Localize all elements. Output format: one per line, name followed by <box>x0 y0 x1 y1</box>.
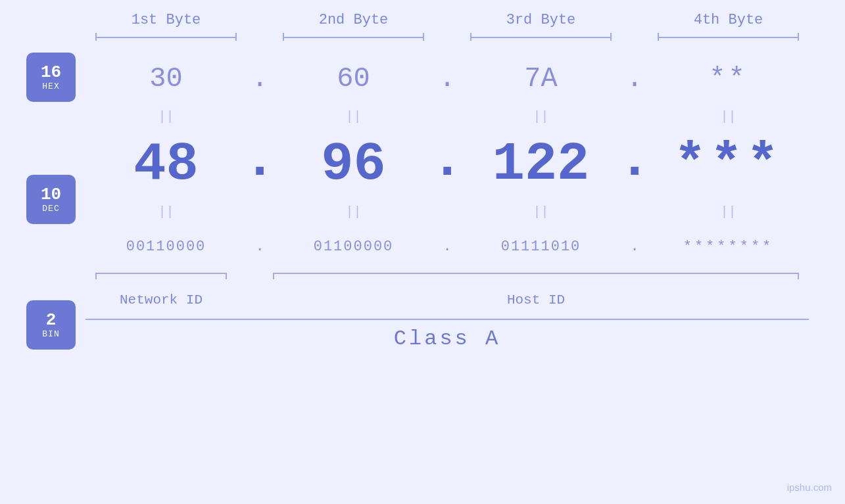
eq2-b2: || <box>345 204 361 219</box>
class-a-label: Class A <box>85 327 809 351</box>
byte1-top-bracket <box>85 31 247 43</box>
id-labels-row: Network ID Host ID <box>85 292 809 315</box>
hex-row: 30 . 60 . 7A . ** <box>85 53 809 105</box>
hex-b1-value: 30 <box>149 63 182 95</box>
hex-dot2: . <box>434 63 460 95</box>
hex-b4-cell: ** <box>648 63 809 95</box>
hex-b2-value: 60 <box>337 63 370 95</box>
bin-dot3: . <box>621 239 648 255</box>
dec-b1-cell: 48 <box>85 134 247 195</box>
bin-b1-cell: 00110000 <box>85 239 247 255</box>
byte2-header: 2nd Byte <box>273 12 434 28</box>
dec-b2-cell: 96 <box>273 134 434 195</box>
eq2-b3: || <box>533 204 548 219</box>
bin-b4-value: ******** <box>683 239 774 255</box>
dec-b3-cell: 122 <box>460 134 621 195</box>
class-a-line <box>85 319 809 320</box>
equals-row-2: || || || || <box>85 200 809 223</box>
bin-badge: 2 BIN <box>26 300 76 350</box>
dec-b1-value: 48 <box>133 134 198 195</box>
network-id-bracket <box>85 273 237 274</box>
host-id-bracket <box>263 273 809 274</box>
values-column: 30 . 60 . 7A . ** <box>85 43 845 504</box>
bin-badge-wrapper: 2 BIN <box>26 300 85 350</box>
eq2-b1: || <box>158 204 174 219</box>
dec-b3-value: 122 <box>493 134 590 195</box>
dec-dot2: . <box>434 130 460 199</box>
dec-row: 48 . 96 . 122 . *** <box>85 128 809 200</box>
hex-badge-wrapper: 16 HEX <box>26 53 85 102</box>
hex-b3-cell: 7A <box>460 63 621 95</box>
top-section: 1st Byte 2nd Byte 3rd Byte 4th Byte <box>0 0 845 43</box>
bin-badge-number: 2 <box>46 311 57 330</box>
hex-badge-label: HEX <box>42 81 59 91</box>
eq1-b2: || <box>345 109 361 124</box>
bin-badge-label: BIN <box>42 329 59 339</box>
dec-b2-value: 96 <box>321 134 385 195</box>
bin-b1-value: 00110000 <box>126 239 206 255</box>
class-a-section: Class A <box>85 319 809 351</box>
hex-dot3: . <box>621 63 648 95</box>
dec-b4-value: *** <box>674 134 783 195</box>
byte-headers-row: 1st Byte 2nd Byte 3rd Byte 4th Byte <box>85 12 809 28</box>
dec-dot1: . <box>247 130 273 199</box>
dec-badge: 10 DEC <box>26 175 76 224</box>
byte2-top-bracket <box>273 31 434 43</box>
dec-b4-cell: *** <box>648 134 809 195</box>
top-brackets <box>85 31 809 43</box>
bin-b4-cell: ******** <box>648 239 809 255</box>
byte3-top-bracket <box>460 31 621 43</box>
dec-dot3: . <box>621 130 648 199</box>
eq1-b3: || <box>533 109 548 124</box>
eq2-b4: || <box>720 204 736 219</box>
bin-b3-cell: 01111010 <box>460 239 621 255</box>
hex-b2-cell: 60 <box>273 63 434 95</box>
dec-badge-wrapper: 10 DEC <box>26 175 85 224</box>
byte3-header: 3rd Byte <box>460 12 621 28</box>
hex-b4-value: ** <box>709 63 747 95</box>
equals-row-1: || || || || <box>85 105 809 128</box>
dec-badge-number: 10 <box>41 185 61 204</box>
bin-b2-cell: 01100000 <box>273 239 434 255</box>
hex-b1-cell: 30 <box>85 63 247 95</box>
hex-badge-number: 16 <box>41 63 61 82</box>
page-layout: 1st Byte 2nd Byte 3rd Byte 4th Byte <box>0 0 845 504</box>
bottom-brackets <box>85 273 809 292</box>
bin-b2-value: 01100000 <box>314 239 394 255</box>
eq1-b4: || <box>720 109 736 124</box>
watermark: ipshu.com <box>787 482 832 494</box>
badges-column: 16 HEX 10 DEC 2 BIN <box>0 43 85 504</box>
hex-badge: 16 HEX <box>26 53 76 102</box>
host-id-label: Host ID <box>263 292 809 308</box>
bin-b3-value: 01111010 <box>501 239 581 255</box>
byte4-top-bracket <box>648 31 809 43</box>
hex-dot1: . <box>247 63 273 95</box>
eq1-b1: || <box>158 109 174 124</box>
bin-dot1: . <box>247 239 273 255</box>
network-id-label: Network ID <box>85 292 237 308</box>
dec-badge-label: DEC <box>42 204 59 214</box>
rows-container: 16 HEX 10 DEC 2 BIN <box>0 43 845 504</box>
byte4-header: 4th Byte <box>648 12 809 28</box>
byte1-header: 1st Byte <box>85 12 247 28</box>
bin-dot2: . <box>434 239 460 255</box>
hex-b3-value: 7A <box>524 63 557 95</box>
bin-row: 00110000 . 01100000 . 01111010 . <box>85 223 809 269</box>
